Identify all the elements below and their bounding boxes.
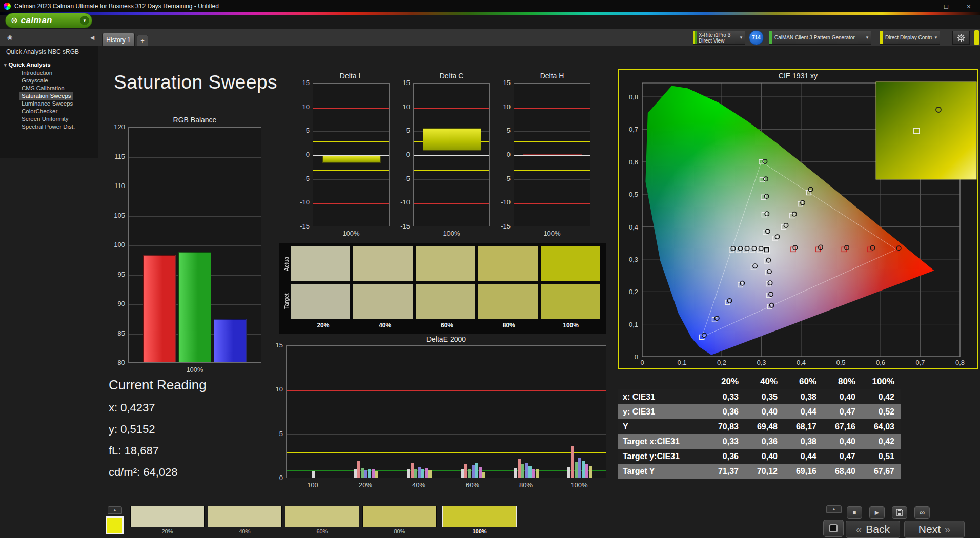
y-tick-label: 95	[106, 271, 125, 278]
table-header-row: 20%40%60%80%100%	[618, 374, 901, 389]
patch-popout-button[interactable]: ▲	[108, 506, 122, 514]
right-edge-accent[interactable]	[974, 30, 979, 45]
close-button[interactable]: ×	[957, 0, 980, 12]
deltae-bar-group	[407, 463, 432, 478]
patch-button-60[interactable]: 60%	[285, 505, 359, 536]
deltae-bar-group	[312, 471, 315, 478]
x-tick-label: 20%	[350, 481, 381, 489]
workflow-home-button[interactable]: ◉	[4, 32, 15, 43]
sidebar-item-introduction[interactable]: Introduction	[19, 69, 54, 77]
next-label: Next	[918, 523, 941, 535]
add-tab-button[interactable]: +	[137, 35, 148, 46]
table-row: y: CIE310,360,400,440,470,52	[618, 404, 901, 419]
table-cell: 67,67	[862, 467, 901, 476]
tab-history-1[interactable]: History 1	[102, 33, 135, 46]
x-tick-label: 0,1	[677, 359, 686, 366]
sidebar: Quick Analysis NBC sRGB ▾Quick Analysis …	[0, 46, 98, 158]
next-button[interactable]: Next »	[904, 521, 965, 538]
target-line	[414, 160, 489, 160]
stop-button[interactable]: ■	[847, 506, 862, 519]
x-tick-label: 0,6	[876, 359, 885, 366]
pattern-window-button[interactable]	[823, 520, 844, 537]
dropdown-arrow-icon: ▼	[864, 35, 871, 40]
deltae-bar	[411, 463, 414, 478]
logo-dropdown-arrow-icon[interactable]: ▼	[80, 16, 89, 25]
patch-color	[208, 506, 282, 527]
deltae-bar	[472, 465, 475, 478]
patch-button-20[interactable]: 20%	[130, 505, 205, 536]
y-tick-label: -15	[295, 222, 310, 230]
patch-button-40[interactable]: 40%	[208, 505, 282, 536]
deltae-bar	[372, 469, 375, 478]
target-swatch	[353, 284, 413, 319]
y-tick-label: -5	[496, 175, 511, 182]
sidebar-item-screen-uniformity[interactable]: Screen Uniformity	[19, 115, 70, 123]
limit-line	[514, 203, 590, 204]
back-label: Back	[866, 523, 890, 535]
actual-swatch	[541, 246, 600, 281]
sidebar-item-colorchecker[interactable]: ColorChecker	[19, 108, 59, 115]
zero-line	[514, 155, 590, 156]
sidebar-item-grayscale[interactable]: Grayscale	[19, 77, 50, 85]
y-tick-label: -15	[396, 222, 410, 230]
y-tick-label: 0,7	[629, 126, 638, 133]
sidebar-item-luminance-sweeps[interactable]: Luminance Sweeps	[19, 100, 75, 108]
display-control-dropdown[interactable]: Direct Display Control ▼	[880, 31, 940, 45]
back-button[interactable]: « Back	[846, 521, 900, 538]
chart-title: Delta C	[413, 72, 490, 80]
chart-title: Delta L	[313, 72, 390, 80]
sidebar-item-cms-calibration[interactable]: CMS Calibration	[19, 85, 67, 92]
meter-dropdown[interactable]: X-Rite i1Pro 3 Direct View ▼	[693, 31, 745, 45]
deltae-bar	[425, 468, 428, 478]
calman-logo-menu[interactable]: ⊛ calman ▼	[5, 13, 92, 28]
target-line	[414, 151, 489, 151]
sidebar-item-spectral-power-dist-[interactable]: Spectral Power Dist.	[19, 123, 77, 131]
delta-gridline	[514, 179, 590, 180]
settings-gear-button[interactable]	[952, 31, 970, 45]
sidebar-tree: ▾Quick Analysis IntroductionGrayscaleCMS…	[0, 57, 98, 131]
x-tick-label: 80%	[511, 481, 541, 489]
link-button[interactable]: ∞	[914, 506, 930, 519]
transport-popout-button[interactable]: ▲	[826, 505, 842, 513]
deltae-bar	[567, 467, 570, 478]
source-label: CalMAN Client 3 Pattern Generator	[772, 35, 864, 40]
blue-bar	[214, 319, 247, 362]
table-col-header: 80%	[823, 377, 862, 387]
y-tick-label: 80	[106, 359, 125, 366]
table-row-label: x: CIE31	[618, 392, 706, 402]
delta-gridline	[414, 179, 489, 180]
y-tick-label: 110	[106, 182, 125, 190]
sidebar-item-saturation-sweeps[interactable]: Saturation Sweeps	[19, 92, 73, 100]
sidebar-collapse-button[interactable]: ◀	[87, 32, 97, 43]
table-cell: 0,33	[706, 437, 745, 446]
meter-certification-badge[interactable]: 714	[749, 30, 764, 45]
minimize-button[interactable]: –	[912, 0, 935, 12]
y-tick-label: 120	[106, 123, 125, 131]
pattern-source-dropdown[interactable]: CalMAN Client 3 Pattern Generator ▼	[769, 31, 871, 45]
y-tick-label: 5	[496, 127, 511, 134]
table-cell: 68,17	[784, 422, 823, 431]
y-tick-label: 85	[106, 329, 125, 337]
active-patch-swatch[interactable]	[106, 516, 124, 534]
swatch-col-label: 20%	[294, 322, 353, 329]
next-chevron-icon: »	[945, 524, 950, 535]
patch-button-100[interactable]: 100%	[442, 505, 517, 536]
table-cell: 0,44	[784, 452, 823, 461]
deltae-bar	[514, 468, 517, 478]
sidebar-root-node[interactable]: ▾Quick Analysis	[4, 60, 98, 69]
table-cell: 0,36	[745, 437, 784, 446]
play-button[interactable]: ▶	[869, 506, 885, 519]
actual-swatch	[478, 246, 538, 281]
deltae-bar	[312, 471, 315, 478]
patch-button-80[interactable]: 80%	[362, 505, 437, 536]
table-cell: 0,42	[862, 392, 901, 402]
x-tick-label: 0,3	[757, 359, 766, 366]
red-bar	[143, 255, 176, 362]
chart-title: RGB Balance	[128, 116, 261, 124]
swatch-row-label: Target	[282, 284, 291, 319]
maximize-button[interactable]: □	[935, 0, 957, 12]
save-button[interactable]	[892, 506, 907, 519]
y-tick-label: 0,8	[629, 93, 638, 101]
limit-line	[313, 141, 389, 142]
deltae-bar	[414, 469, 417, 478]
